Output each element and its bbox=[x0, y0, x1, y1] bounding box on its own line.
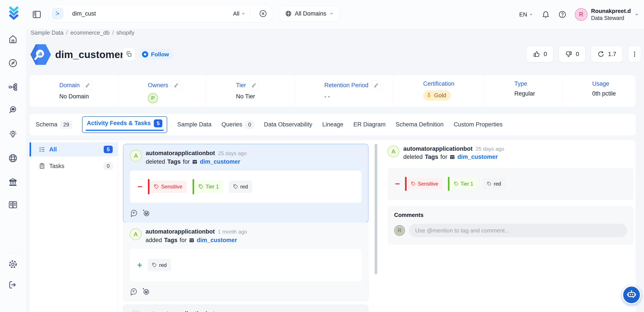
feed-author[interactable]: automatorapplicationbot bbox=[146, 150, 215, 157]
tab-custom-properties[interactable]: Custom Properties bbox=[454, 121, 503, 128]
tab-lineage[interactable]: Lineage bbox=[322, 121, 343, 128]
meta-tier: Tier No Tier bbox=[206, 75, 294, 107]
feed-timestamp: 1 month ago bbox=[218, 229, 247, 235]
tab-schema[interactable]: Schema 29 bbox=[36, 121, 72, 129]
tab-queries[interactable]: Queries 0 bbox=[222, 121, 254, 129]
chevron-down-icon bbox=[634, 12, 639, 17]
downvote-button[interactable]: 0 bbox=[559, 46, 585, 62]
copy-name-button[interactable] bbox=[122, 48, 135, 61]
edit-retention-button[interactable] bbox=[371, 80, 381, 90]
detail-preposition: for bbox=[440, 153, 448, 160]
nav-observability-icon[interactable] bbox=[8, 105, 18, 115]
feed-card-deleted-tags[interactable]: A automatorapplicationbot 25 days ago de… bbox=[123, 144, 368, 223]
clipboard-icon bbox=[39, 163, 45, 169]
feed-card-added-tags[interactable]: A automatorapplicationbot 1 month ago ad… bbox=[123, 222, 368, 301]
edit-owners-button[interactable] bbox=[171, 80, 181, 90]
feed-scrollbar[interactable] bbox=[375, 144, 377, 274]
owner-avatar[interactable]: P bbox=[148, 93, 158, 103]
tag-chip-tier1[interactable]: Tier 1 bbox=[192, 181, 223, 193]
language-dropdown[interactable]: EN bbox=[519, 11, 533, 18]
nav-insights-icon[interactable] bbox=[8, 129, 18, 139]
tab-er-diagram[interactable]: ER Diagram bbox=[354, 121, 386, 128]
retention-label: Retention Period bbox=[324, 82, 368, 89]
tag-chip-tier1[interactable]: Tier 1 bbox=[448, 178, 478, 189]
feed-filter-all[interactable]: All 5 bbox=[30, 142, 118, 157]
nav-topology-icon[interactable] bbox=[8, 82, 18, 92]
edit-tier-button[interactable] bbox=[249, 80, 259, 90]
feed-card-list: A automatorapplicationbot 25 days ago de… bbox=[123, 140, 368, 312]
breadcrumb-separator: / bbox=[66, 29, 68, 36]
detail-tag-diff-panel: − Sensitive Tier 1 red bbox=[388, 168, 634, 200]
left-nav-rail bbox=[0, 29, 26, 312]
feed-author[interactable]: automatorapplicationbot bbox=[146, 228, 215, 235]
tag-chip-sensitive[interactable]: Sensitive bbox=[405, 178, 442, 189]
notifications-bell-icon[interactable] bbox=[542, 10, 550, 19]
globe-icon bbox=[285, 10, 292, 17]
tab-sample-data[interactable]: Sample Data bbox=[177, 121, 212, 128]
nav-explore-icon[interactable] bbox=[8, 58, 18, 68]
chatbot-button[interactable] bbox=[622, 285, 641, 304]
reply-comment-icon[interactable] bbox=[130, 287, 138, 295]
nav-home-icon[interactable] bbox=[8, 34, 18, 44]
global-search[interactable]: dim_cust All bbox=[48, 5, 273, 22]
version-button[interactable]: 1.7 bbox=[591, 46, 622, 62]
table-icon bbox=[450, 154, 455, 160]
entity-link[interactable]: dim_customer bbox=[197, 237, 237, 244]
tab-label: Queries bbox=[222, 121, 242, 128]
feed-filter-tasks[interactable]: Tasks 0 bbox=[30, 159, 118, 173]
entity-link[interactable]: dim_customer bbox=[200, 159, 240, 165]
kebab-menu-icon bbox=[631, 51, 638, 57]
tab-data-observability[interactable]: Data Observability bbox=[264, 121, 312, 128]
all-domains-dropdown[interactable]: All Domains bbox=[280, 6, 339, 22]
tag-chip-sensitive[interactable]: Sensitive bbox=[148, 181, 187, 193]
app-logo[interactable] bbox=[7, 6, 20, 20]
filter-label: Tasks bbox=[49, 163, 64, 170]
feed-card-partial[interactable]: A automatorapplicationbot bbox=[123, 304, 368, 312]
add-reaction-icon[interactable] bbox=[142, 287, 150, 295]
breadcrumb-item-service[interactable]: Sample Data bbox=[31, 29, 64, 36]
search-clear-icon[interactable] bbox=[259, 10, 267, 18]
nav-domains-icon[interactable] bbox=[8, 153, 18, 163]
entity-link[interactable]: dim_customer bbox=[457, 153, 498, 160]
help-icon[interactable] bbox=[558, 10, 566, 19]
user-menu[interactable]: R Rounakpreet.d Data Steward bbox=[575, 8, 639, 22]
feed-author[interactable]: automatorapplicationbot bbox=[146, 310, 215, 312]
tab-activity-feeds[interactable]: Activity Feeds & Tasks 5 bbox=[82, 116, 167, 133]
tag-chip-red[interactable]: red bbox=[229, 181, 252, 193]
tab-schema-definition[interactable]: Schema Definition bbox=[396, 121, 444, 128]
pencil-icon bbox=[252, 83, 256, 88]
more-options-button[interactable] bbox=[628, 46, 641, 62]
breadcrumb-item-schema[interactable]: shopify bbox=[116, 29, 134, 36]
nav-glossary-icon[interactable] bbox=[8, 200, 18, 210]
nav-governance-icon[interactable] bbox=[8, 177, 18, 187]
comment-input[interactable] bbox=[409, 224, 627, 237]
search-scope-dropdown[interactable]: All bbox=[233, 10, 246, 17]
ai-sparkle-icon[interactable] bbox=[52, 8, 63, 19]
sidebar-toggle-icon[interactable] bbox=[32, 10, 42, 19]
follow-button[interactable]: Follow bbox=[139, 49, 174, 60]
added-indicator: + bbox=[137, 261, 142, 269]
entity-tabs: Schema 29 Activity Feeds & Tasks 5 Sampl… bbox=[30, 114, 636, 135]
nav-logout-icon[interactable] bbox=[8, 280, 18, 290]
nav-settings-icon[interactable] bbox=[8, 259, 18, 269]
feed-filter-list: All 5 Tasks 0 bbox=[30, 140, 118, 312]
retention-value: - - bbox=[324, 93, 394, 100]
edit-domain-button[interactable] bbox=[83, 80, 92, 90]
tag-label: Sensitive bbox=[418, 181, 438, 187]
thumbs-up-icon bbox=[533, 51, 540, 58]
tag-chip-red[interactable]: red bbox=[148, 259, 171, 271]
certification-value: Gold bbox=[434, 92, 446, 99]
upvote-button[interactable]: 0 bbox=[527, 46, 553, 62]
meta-domain: Domain No Domain bbox=[30, 75, 118, 107]
tab-label: Lineage bbox=[322, 121, 343, 128]
tag-chip-red[interactable]: red bbox=[483, 178, 505, 189]
usage-value: 0th pctile bbox=[592, 90, 636, 97]
add-reaction-icon[interactable] bbox=[142, 209, 150, 217]
meta-usage: Usage 0th pctile bbox=[562, 75, 636, 107]
search-input[interactable]: dim_cust bbox=[72, 10, 233, 17]
medal-icon bbox=[426, 92, 432, 99]
detail-author[interactable]: automatorapplicationbot bbox=[403, 145, 473, 152]
reply-comment-icon[interactable] bbox=[130, 209, 138, 217]
breadcrumb-item-database[interactable]: ecommerce_db bbox=[70, 29, 110, 36]
tab-label: Sample Data bbox=[177, 121, 212, 128]
